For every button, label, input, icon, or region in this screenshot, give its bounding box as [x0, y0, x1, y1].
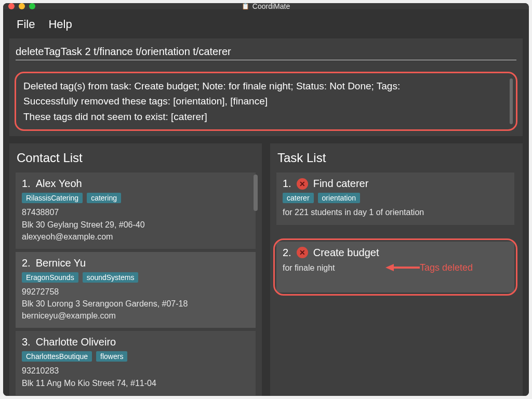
contact-panel-title: Contact List — [11, 145, 260, 172]
tag: catering — [87, 193, 121, 203]
tag: orientation — [318, 193, 360, 203]
contact-email: alexyeoh@example.com — [22, 231, 249, 243]
status-not-done-icon: ✕ — [297, 247, 308, 258]
contact-address: Blk 30 Lorong 3 Serangoon Gardens, #07-1… — [22, 298, 249, 310]
window-title: 📋 CoordiMate — [242, 3, 290, 10]
contact-address: Blk 11 Ang Mo Kio Street 74, #11-04 — [22, 377, 249, 389]
menu-help[interactable]: Help — [48, 18, 72, 31]
minimize-window-button[interactable] — [19, 3, 25, 9]
contact-phone: 99272758 — [22, 286, 249, 298]
close-window-button[interactable] — [8, 3, 15, 9]
command-output: Deleted tag(s) from task: Create budget;… — [15, 72, 517, 131]
task-index: 1. — [283, 178, 291, 190]
tag: RilassisCatering — [22, 193, 83, 203]
contact-scrollbar[interactable] — [254, 175, 258, 211]
task-panel: Task List 1. ✕ Find caterer caterer orie… — [270, 143, 523, 396]
menu-file[interactable]: File — [17, 18, 35, 31]
lists-row: Contact List 1. Alex Yeoh RilassisCateri… — [9, 139, 523, 396]
contact-list: 1. Alex Yeoh RilassisCatering catering 8… — [11, 172, 260, 396]
task-list: 1. ✕ Find caterer caterer orientation fo… — [272, 172, 521, 396]
titlebar: 📋 CoordiMate — [3, 3, 529, 9]
task-name: Create budget — [313, 247, 379, 259]
task-name: Find caterer — [313, 178, 369, 190]
task-card-highlighted: 2. ✕ Create budget for finale night — [276, 242, 514, 292]
tag: caterer — [283, 193, 314, 203]
task-card[interactable]: 1. ✕ Find caterer caterer orientation fo… — [276, 172, 514, 224]
contact-phone: 87438807 — [22, 206, 249, 218]
contact-phone: 93210283 — [22, 365, 249, 377]
status-not-done-icon: ✕ — [297, 178, 308, 190]
task-index: 2. — [283, 247, 291, 259]
output-scrollbar[interactable] — [510, 78, 513, 124]
tag: EragonSounds — [22, 272, 78, 283]
contact-card[interactable]: 3. Charlotte Oliveiro CharlottesBoutique… — [16, 331, 256, 395]
tag: CharlottesBoutique — [22, 351, 92, 362]
task-note: for finale night — [283, 262, 508, 274]
command-panel: Deleted tag(s) from task: Create budget;… — [9, 38, 523, 136]
window-controls — [8, 3, 35, 9]
clipboard-icon: 📋 — [242, 3, 249, 10]
contact-panel: Contact List 1. Alex Yeoh RilassisCateri… — [9, 143, 262, 396]
contact-name: Charlotte Oliveiro — [36, 336, 116, 348]
contact-name: Alex Yeoh — [36, 178, 82, 190]
command-output-text: Deleted tag(s) from task: Create budget;… — [23, 78, 509, 124]
contact-index: 3. — [22, 336, 31, 348]
app-body: File Help Deleted tag(s) from task: Crea… — [3, 9, 529, 396]
contact-email: berniceyu@example.com — [22, 310, 249, 322]
app-window: 📋 CoordiMate File Help Deleted tag(s) fr… — [3, 3, 529, 396]
tag: flowers — [96, 351, 127, 362]
task-card[interactable]: 2. ✕ Create budget for finale night — [276, 242, 514, 292]
contact-index: 1. — [22, 178, 31, 190]
window-title-text: CoordiMate — [252, 3, 290, 10]
contact-card[interactable]: 1. Alex Yeoh RilassisCatering catering 8… — [16, 172, 256, 249]
contact-name: Bernice Yu — [36, 257, 86, 269]
command-input[interactable] — [16, 44, 516, 60]
task-note: for 221 students in day 1 of orientation — [283, 206, 508, 218]
maximize-window-button[interactable] — [29, 3, 35, 9]
contact-address: Blk 30 Geylang Street 29, #06-40 — [22, 219, 249, 231]
task-panel-title: Task List — [272, 145, 521, 172]
contact-index: 2. — [22, 257, 31, 269]
contact-card[interactable]: 2. Bernice Yu EragonSounds soundSystems … — [16, 252, 256, 328]
menubar: File Help — [9, 16, 523, 38]
tag: soundSystems — [83, 272, 139, 283]
